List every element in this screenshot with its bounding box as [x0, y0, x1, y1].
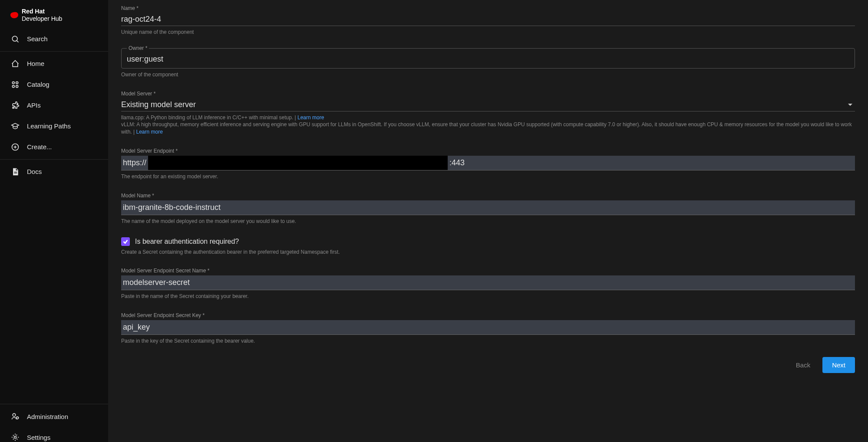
secret-name-label: Model Server Endpoint Secret Name * [121, 268, 855, 274]
sidebar-item-search[interactable]: Search [0, 29, 108, 49]
add-circle-icon [10, 142, 20, 152]
graduation-icon [10, 121, 20, 131]
catalog-icon [10, 80, 20, 89]
sidebar-item-apis[interactable]: APIs [0, 95, 108, 116]
divider [0, 159, 108, 160]
owner-hint: Owner of the component [121, 71, 855, 79]
endpoint-hint: The endpoint for an existing model serve… [121, 173, 855, 180]
model-name-hint: The name of the model deployed on the mo… [121, 218, 855, 225]
endpoint-prefix: https:// [121, 156, 148, 170]
learn-more-link-1[interactable]: Learn more [297, 115, 324, 121]
endpoint-label: Model Server Endpoint * [121, 148, 855, 154]
sidebar-item-docs[interactable]: Docs [0, 161, 108, 182]
sidebar-item-create[interactable]: Create... [0, 137, 108, 157]
sidebar-item-learning-paths[interactable]: Learning Paths [0, 116, 108, 137]
sidebar-item-label: Settings [27, 434, 50, 441]
extension-icon [10, 101, 20, 110]
sidebar-item-label: Catalog [27, 81, 50, 88]
svg-point-0 [12, 36, 17, 41]
field-secret-key: Model Server Endpoint Secret Key * Paste… [121, 312, 855, 345]
sidebar-item-catalog[interactable]: Catalog [0, 74, 108, 95]
brand-line2: Developer Hub [22, 15, 62, 22]
check-icon [122, 239, 129, 245]
model-name-input[interactable] [121, 200, 855, 215]
hint-vllm: vLLM: A high throughput, memory efficien… [121, 121, 852, 135]
footer-buttons: Back Next [121, 357, 855, 373]
brand-line1: Red Hat [22, 8, 45, 15]
back-button[interactable]: Back [789, 357, 817, 373]
docs-icon [10, 167, 20, 177]
bearer-label: Is bearer authentication required? [135, 238, 239, 246]
svg-point-5 [16, 85, 18, 87]
sidebar: Red Hat Developer Hub Search Home Catalo… [0, 0, 108, 442]
model-server-select[interactable]: Existing model server [121, 98, 855, 111]
learn-more-link-2[interactable]: Learn more [136, 129, 162, 135]
svg-point-11 [13, 413, 16, 416]
home-icon [10, 59, 20, 69]
field-bearer: Is bearer authentication required? Creat… [121, 237, 855, 256]
model-server-hint: llama.cpp: A Python binding of LLM infer… [121, 114, 855, 136]
field-owner: Owner * user:guest Owner of the componen… [121, 48, 855, 79]
field-name: Name * Unique name of the component [121, 5, 855, 36]
field-secret-name: Model Server Endpoint Secret Name * Past… [121, 268, 855, 300]
svg-point-4 [12, 85, 14, 87]
sidebar-item-label: Docs [27, 168, 42, 175]
owner-input[interactable]: Owner * user:guest [121, 48, 855, 69]
next-button[interactable]: Next [822, 357, 855, 373]
endpoint-suffix: :443 [448, 156, 855, 170]
hint-llama: llama.cpp: A Python binding of LLM infer… [121, 115, 297, 121]
bearer-hint: Create a Secret containing the authentic… [121, 249, 855, 256]
svg-rect-10 [14, 173, 17, 173]
divider [0, 51, 108, 52]
sidebar-item-label: Administration [27, 413, 68, 420]
secret-key-hint: Paste in the key of the Secret containin… [121, 337, 855, 345]
secret-name-input[interactable] [121, 275, 855, 290]
model-name-label: Model Name * [121, 193, 855, 199]
name-input[interactable] [121, 13, 855, 26]
secret-key-input[interactable] [121, 320, 855, 335]
svg-point-3 [16, 82, 18, 84]
brand-logo[interactable]: Red Hat Developer Hub [0, 0, 108, 29]
settings-icon [10, 432, 20, 442]
name-hint: Unique name of the component [121, 29, 855, 36]
main-content: Name * Unique name of the component Owne… [108, 0, 868, 442]
admin-icon [10, 412, 20, 421]
redhat-icon [10, 12, 18, 19]
svg-point-13 [14, 436, 17, 439]
name-label: Name * [121, 5, 855, 11]
sidebar-item-label: Search [27, 35, 48, 43]
sidebar-item-settings[interactable]: Settings [0, 427, 108, 442]
owner-value: user:guest [127, 55, 849, 64]
brand-text: Red Hat Developer Hub [22, 8, 62, 23]
search-icon [10, 34, 20, 44]
model-server-label: Model Server * [121, 91, 855, 97]
secret-key-label: Model Server Endpoint Secret Key * [121, 312, 855, 318]
divider [0, 404, 108, 404]
endpoint-input[interactable]: https:// :443 [121, 156, 855, 170]
field-model-name: Model Name * The name of the model deplo… [121, 193, 855, 225]
owner-label: Owner * [127, 45, 149, 51]
svg-line-1 [17, 40, 19, 42]
endpoint-redacted [148, 156, 448, 170]
chevron-down-icon [848, 104, 852, 106]
svg-rect-9 [14, 172, 17, 172]
model-server-value: Existing model server [121, 100, 196, 109]
sidebar-item-label: Create... [27, 143, 52, 151]
sidebar-item-label: Learning Paths [27, 122, 71, 130]
bearer-checkbox[interactable] [121, 237, 130, 246]
field-endpoint: Model Server Endpoint * https:// :443 Th… [121, 148, 855, 180]
sidebar-item-home[interactable]: Home [0, 53, 108, 74]
sidebar-item-label: Home [27, 60, 44, 67]
secret-name-hint: Paste in the name of the Secret containi… [121, 293, 855, 300]
svg-point-2 [12, 82, 14, 84]
svg-point-12 [17, 417, 19, 419]
field-model-server: Model Server * Existing model server lla… [121, 91, 855, 136]
sidebar-item-label: APIs [27, 101, 41, 109]
sidebar-item-administration[interactable]: Administration [0, 406, 108, 427]
